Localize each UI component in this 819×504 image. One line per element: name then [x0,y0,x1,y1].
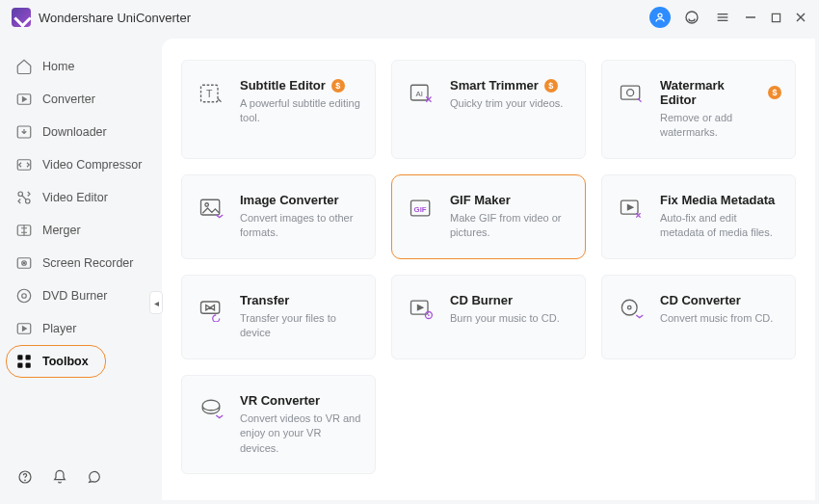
cd-converter-icon [616,293,647,324]
tool-title: Smart Trimmer [450,78,539,93]
sidebar: HomeConverterDownloaderVideo CompressorV… [0,35,162,504]
tool-description: Transfer your files to device [240,311,361,341]
tool-card-gif-maker[interactable]: GIFGIF MakerMake GIF from video or pictu… [391,174,586,259]
sidebar-item-home[interactable]: Home [0,50,162,83]
smart-trimmer-icon: AI [406,78,436,109]
svg-point-20 [22,294,27,299]
tool-title: CD Burner [450,293,513,307]
svg-marker-22 [23,327,27,332]
svg-rect-26 [26,363,31,368]
titlebar: Wondershare UniConverter [0,0,819,35]
svg-rect-24 [26,355,31,359]
tool-card-cd-converter[interactable]: CD ConverterConvert music from CD. [601,275,796,359]
app-title: Wondershare UniConverter [39,11,191,25]
sidebar-item-converter[interactable]: Converter [0,83,162,116]
sidebar-item-label: DVD Burner [42,289,107,303]
svg-point-34 [627,90,634,96]
svg-text:GIF: GIF [414,204,427,213]
tool-description: Auto-fix and edit metadata of media file… [660,211,781,241]
sidebar-item-screen-recorder[interactable]: Screen Recorder [0,247,162,279]
converter-icon [15,91,33,108]
sidebar-item-video-editor[interactable]: Video Editor [0,181,162,214]
tool-title: Fix Media Metadata [660,193,775,207]
svg-rect-25 [17,363,22,368]
video-editor-icon [15,189,33,206]
tool-title: Transfer [240,293,289,307]
svg-text:AI: AI [416,90,423,98]
tool-title: Subtitle Editor [240,78,326,93]
tool-card-vr-converter[interactable]: VR ConverterConvert videos to VR and enj… [181,375,376,474]
user-account-icon[interactable] [649,7,671,28]
toolbox-icon [15,353,33,370]
menu-icon[interactable] [713,8,732,27]
tool-card-watermark-editor[interactable]: Watermark Editor$Remove or add watermark… [601,60,796,159]
sidebar-item-merger[interactable]: Merger [0,214,162,247]
sidebar-item-label: Merger [42,224,81,237]
svg-text:T: T [206,88,213,99]
sidebar-item-label: Screen Recorder [42,256,134,270]
svg-point-0 [658,13,662,17]
home-icon [15,58,33,75]
app-logo-icon [12,8,31,27]
svg-rect-6 [772,13,779,21]
tool-card-image-converter[interactable]: Image ConverterConvert images to other f… [181,174,376,259]
sidebar-item-label: Video Compressor [42,158,142,172]
svg-point-28 [25,480,26,481]
maximize-icon[interactable] [769,11,782,24]
feedback-icon[interactable] [85,467,104,487]
tool-title: GIF Maker [450,193,511,207]
tool-title: Watermark Editor [660,78,762,107]
screen-recorder-icon [15,254,33,272]
sidebar-item-label: Downloader [42,125,107,139]
sidebar-item-toolbox[interactable]: Toolbox [0,345,162,378]
close-icon[interactable] [794,11,807,24]
downloader-icon [15,123,33,141]
svg-point-19 [17,289,31,303]
tool-description: Remove or add watermarks. [660,111,781,141]
sidebar-item-downloader[interactable]: Downloader [0,116,162,148]
svg-marker-40 [628,204,633,209]
notification-icon[interactable] [50,467,69,487]
tool-card-fix-media-metadata[interactable]: Fix Media MetadataAuto-fix and edit meta… [601,174,796,259]
sidebar-item-player[interactable]: Player [0,312,162,345]
minimize-icon[interactable] [744,11,757,24]
tool-title: CD Converter [660,293,741,307]
tool-description: Convert videos to VR and enjoy on your V… [240,411,361,456]
sidebar-item-label: Home [42,60,74,73]
sidebar-item-label: Toolbox [42,355,89,368]
tool-description: Burn your music to CD. [450,311,560,326]
svg-point-18 [23,262,25,264]
sidebar-item-video-compressor[interactable]: Video Compressor [0,148,162,181]
tool-description: Quicky trim your videos. [450,96,563,111]
tool-description: Make GIF from video or pictures. [450,211,571,241]
tool-description: Convert images to other formats. [240,211,361,241]
help-icon[interactable] [15,467,35,487]
tool-description: Convert music from CD. [660,311,773,326]
premium-badge-icon: $ [544,79,558,93]
svg-point-45 [428,314,430,316]
sidebar-item-dvd-burner[interactable]: DVD Burner [0,279,162,312]
merger-icon [15,222,33,239]
svg-rect-23 [17,355,22,359]
svg-point-36 [205,203,209,207]
svg-marker-10 [23,97,27,102]
tool-card-transfer[interactable]: TransferTransfer your files to device [181,275,376,359]
gif-maker-icon: GIF [406,193,436,224]
sidebar-item-label: Player [42,322,76,335]
video-compressor-icon [15,156,33,173]
premium-badge-icon: $ [331,79,345,93]
tool-title: VR Converter [240,393,320,408]
tool-description: A powerful subtitle editing tool. [240,96,361,126]
support-icon[interactable] [682,8,701,27]
tool-card-smart-trimmer[interactable]: AISmart Trimmer$Quicky trim your videos. [391,60,586,159]
tool-card-cd-burner[interactable]: CD BurnerBurn your music to CD. [391,275,586,359]
vr-converter-icon [196,393,226,424]
tool-card-subtitle-editor[interactable]: TSubtitle Editor$A powerful subtitle edi… [181,60,376,159]
svg-marker-43 [418,305,423,309]
cd-burner-icon [406,293,436,324]
dvd-burner-icon [15,287,33,305]
svg-point-46 [621,300,637,315]
collapse-sidebar-icon[interactable]: ◂ [149,291,163,314]
sidebar-item-label: Video Editor [42,191,108,204]
svg-point-47 [628,305,632,309]
